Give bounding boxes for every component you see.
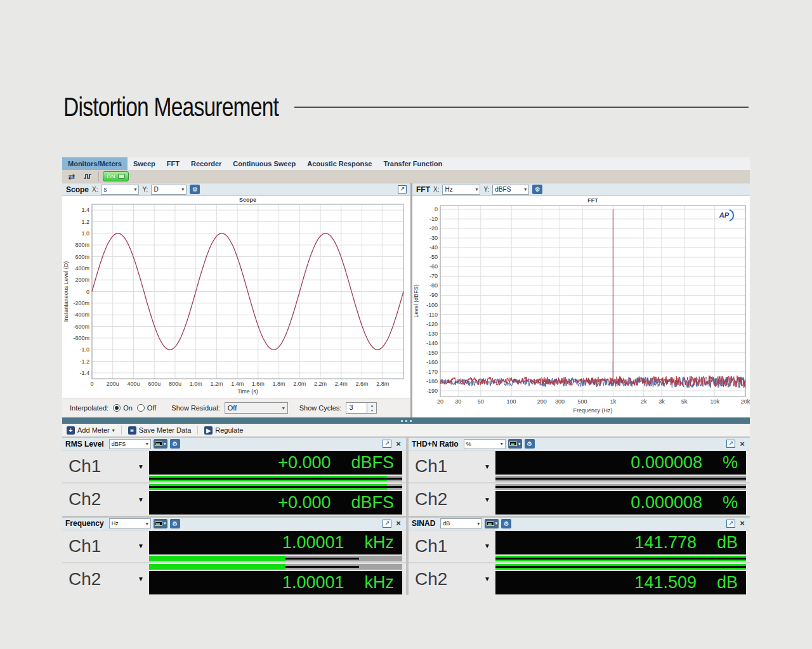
show-residual-select[interactable]: Off ▾ xyxy=(225,402,288,414)
channel-label-col[interactable]: Ch2▼ xyxy=(62,484,149,515)
meter-title: RMS Level xyxy=(65,440,104,449)
meter-settings-gear-icon[interactable]: ⚙ xyxy=(525,439,535,449)
regulate-button[interactable]: ▶ Regulate xyxy=(203,426,244,435)
svg-text:-200m: -200m xyxy=(73,300,89,306)
interpolated-on-radio[interactable]: On xyxy=(113,404,133,412)
tab-sweep[interactable]: Sweep xyxy=(128,157,161,170)
channel-unit: kHz xyxy=(365,533,395,553)
channel-label-col[interactable]: Ch1▼ xyxy=(409,451,495,482)
meter-close-icon[interactable]: × xyxy=(394,519,403,528)
tab-recorder[interactable]: Recorder xyxy=(185,157,227,170)
scope-chart-svg: 1.41.21.0800m600m400m200m0-200m-400m-600… xyxy=(62,196,410,398)
meter-unit-select[interactable]: %▾ xyxy=(464,439,506,449)
channel-value-col: 0.000008% xyxy=(495,451,746,482)
chevron-down-icon: ▾ xyxy=(181,187,184,192)
meter-popout-icon[interactable]: ↗ xyxy=(383,440,391,448)
on-label: ON xyxy=(107,173,115,180)
channel-row-ch2: Ch2▼1.00001kHz xyxy=(62,562,406,595)
meter-close-icon[interactable]: × xyxy=(738,440,747,449)
fft-y-select[interactable]: dBFS ▾ xyxy=(492,185,529,195)
meter-display-mode-button[interactable]: ▾ xyxy=(485,519,499,528)
interpolated-off-radio[interactable]: Off xyxy=(137,404,156,412)
fft-panel-header: FFT X: Hz ▾ Y: dBFS ▾ ⚙ xyxy=(412,183,750,196)
fft-x-select[interactable]: Hz ▾ xyxy=(442,185,480,195)
svg-text:-40: -40 xyxy=(429,244,438,251)
svg-text:AP: AP xyxy=(719,211,730,219)
channel-value-display: +0.000dBFS xyxy=(149,491,402,515)
scope-panel-header: Scope X: s ▾ Y: D ▾ ⚙ ↗ xyxy=(62,183,410,196)
chevron-down-icon: ▼ xyxy=(138,575,144,582)
scope-y-label: Y: xyxy=(142,186,148,193)
tab-continuous-sweep[interactable]: Continuous Sweep xyxy=(227,157,301,170)
channel-label-col[interactable]: Ch2▼ xyxy=(409,484,495,515)
meter-unit-select[interactable]: Hz▾ xyxy=(109,518,151,528)
channel-label-col[interactable]: Ch1▼ xyxy=(409,531,495,561)
scope-x-select[interactable]: s ▾ xyxy=(101,185,139,195)
level-bar xyxy=(495,476,746,482)
chevron-down-icon: ▾ xyxy=(164,442,166,447)
svg-text:20: 20 xyxy=(437,398,443,405)
level-bar-peak-line xyxy=(495,486,746,488)
channel-row-ch1: Ch1▼1.00001kHz xyxy=(62,530,406,562)
io-settings-icon[interactable]: ⇄ xyxy=(65,171,79,182)
meter-close-icon[interactable]: × xyxy=(394,440,403,449)
meter-settings-gear-icon[interactable]: ⚙ xyxy=(170,519,180,528)
save-icon: ≡ xyxy=(128,426,136,435)
scope-y-select[interactable]: D ▾ xyxy=(151,185,187,195)
meter-popout-icon[interactable]: ↗ xyxy=(383,520,391,528)
meter-display-mode-button[interactable]: ▾ xyxy=(508,439,522,449)
scope-settings-gear-icon[interactable]: ⚙ xyxy=(190,185,200,194)
svg-text:-10: -10 xyxy=(429,216,438,222)
scope-popout-icon[interactable]: ↗ xyxy=(398,185,407,193)
channel-unit: % xyxy=(723,453,738,473)
chevron-down-icon: ▾ xyxy=(112,428,115,433)
channel-label: Ch2 xyxy=(69,489,101,509)
signal-monitor-icon[interactable] xyxy=(81,171,95,182)
svg-text:1.6m: 1.6m xyxy=(252,381,265,387)
meter-panel-sinad: SINADdB▾▾⚙↗×Ch1▼141.778dBCh2▼141.509dB xyxy=(409,518,750,596)
add-meter-button[interactable]: + Add Meter ▾ xyxy=(65,426,116,435)
tab-fft[interactable]: FFT xyxy=(161,157,185,170)
svg-text:1.4m: 1.4m xyxy=(231,381,244,387)
svg-text:20k: 20k xyxy=(741,398,750,405)
channel-label-col[interactable]: Ch1▼ xyxy=(62,451,149,482)
meter-settings-gear-icon[interactable]: ⚙ xyxy=(501,519,511,528)
scope-x-label: X: xyxy=(92,186,98,193)
channel-row-ch2: Ch2▼141.509dB xyxy=(409,562,750,595)
tab-acoustic-response[interactable]: Acoustic Response xyxy=(301,157,377,170)
svg-text:-110: -110 xyxy=(427,311,438,318)
meter-display-mode-button[interactable]: ▾ xyxy=(154,439,167,449)
show-cycles-input[interactable]: 3 xyxy=(346,402,367,414)
svg-text:-90: -90 xyxy=(429,292,438,298)
level-bar xyxy=(495,556,746,561)
meter-settings-gear-icon[interactable]: ⚙ xyxy=(170,439,180,449)
level-bar-fill xyxy=(149,556,285,561)
svg-text:-130: -130 xyxy=(426,331,438,337)
chevron-down-icon: ▾ xyxy=(524,187,527,192)
meter-header: RMS LeveldBFS▾▾⚙↗× xyxy=(62,438,406,450)
channel-value-col: 141.509dB xyxy=(495,564,746,594)
meter-display-mode-button[interactable]: ▾ xyxy=(154,519,167,528)
save-meter-data-button[interactable]: ≡ Save Meter Data xyxy=(127,426,193,435)
svg-text:1k: 1k xyxy=(610,398,617,405)
chevron-down-icon: ▾ xyxy=(495,521,498,526)
app-window: Monitors/MetersSweepFFTRecorderContinuou… xyxy=(62,157,750,595)
horizontal-splitter[interactable] xyxy=(62,417,750,424)
meter-unit-select[interactable]: dB▾ xyxy=(440,518,482,528)
tab-transfer-function[interactable]: Transfer Function xyxy=(377,157,448,170)
show-cycles-spinner[interactable]: ▲▼ xyxy=(367,402,377,414)
meter-popout-icon[interactable]: ↗ xyxy=(726,520,735,528)
tab-monitors-meters[interactable]: Monitors/Meters xyxy=(62,157,128,170)
channel-label-col[interactable]: Ch2▼ xyxy=(62,564,149,594)
channel-value: +0.000 xyxy=(278,493,331,513)
meter-close-icon[interactable]: × xyxy=(738,519,747,528)
generator-on-button[interactable]: ON xyxy=(103,171,129,181)
fft-settings-gear-icon[interactable]: ⚙ xyxy=(532,185,542,194)
channel-value-col: 1.00001kHz xyxy=(149,564,402,594)
channel-label-col[interactable]: Ch2▼ xyxy=(409,564,495,594)
meter-unit-select[interactable]: dBFS▾ xyxy=(109,439,151,449)
meter-popout-icon[interactable]: ↗ xyxy=(726,440,735,448)
channel-label-col[interactable]: Ch1▼ xyxy=(62,531,149,561)
scope-panel-title: Scope xyxy=(66,185,89,194)
meter-unit-value: dBFS xyxy=(112,441,143,447)
